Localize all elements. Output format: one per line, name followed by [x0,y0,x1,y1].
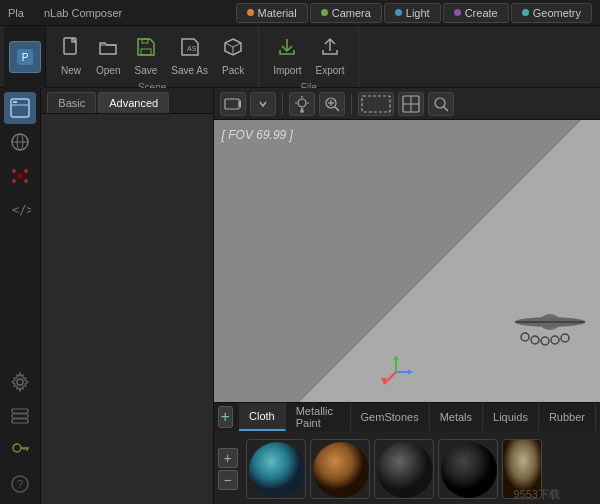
left-icon-sidebar: </> [0,88,41,504]
viewport-toolbar [214,88,600,120]
app-icon-button[interactable]: P [9,41,41,73]
tab-create-label: Create [465,7,498,19]
export-button[interactable]: Export [310,32,351,80]
vp-light-btn[interactable] [289,92,315,116]
material-thumb-4[interactable] [438,439,498,499]
vp-zoom-btn[interactable] [319,92,345,116]
tab-basic[interactable]: Basic [47,92,96,113]
fov-label: [ FOV 69.99 ] [222,128,293,142]
tab-basic-label: Basic [58,97,85,109]
save-as-icon: AS [179,36,201,63]
svg-rect-24 [12,414,28,418]
sidebar-item-particles[interactable] [4,160,36,192]
save-button[interactable]: Save [128,32,163,80]
app-title: nLab Composer [44,7,122,19]
add-icon: + [221,408,230,426]
svg-point-26 [13,444,21,452]
sidebar-item-help[interactable]: ? [4,468,36,500]
material-tab-rubber[interactable]: Rubber [539,403,596,431]
axis-gizmo [376,352,416,392]
vp-dropdown-btn[interactable] [250,92,276,116]
dot-geometry [522,9,529,16]
svg-rect-3 [141,49,151,55]
liquids-label: Liquids [493,411,528,423]
vp-layout-btn[interactable] [398,92,424,116]
open-icon [97,36,119,63]
vp-camera-btn[interactable] [220,92,246,116]
svg-point-22 [17,379,23,385]
toolbar-groups: New Open [46,26,596,87]
watermark: 9553下载 [514,487,560,502]
dot-camera [321,9,328,16]
sidebar-item-code[interactable]: </> [4,194,36,226]
svg-text:P: P [21,52,28,63]
import-button[interactable]: Import [267,32,307,80]
tab-light-label: Light [406,7,430,19]
toolbar-left-pad: P [4,26,46,88]
svg-rect-12 [13,101,17,103]
tab-light[interactable]: Light [384,3,441,23]
svg-point-67 [313,442,369,498]
toolbar-group-file: Import Export File [259,26,359,87]
sidebar-item-scene[interactable] [4,92,36,124]
mat-add-btn[interactable]: + [218,448,238,468]
sidebar-item-key[interactable] [4,434,36,466]
svg-point-17 [12,169,16,173]
svg-rect-23 [12,409,28,413]
material-thumb-2[interactable] [310,439,370,499]
mat-remove-btn[interactable]: − [218,470,238,490]
panel-content [41,114,212,504]
tab-camera[interactable]: Camera [310,3,382,23]
vp-sep1 [282,94,283,114]
save-icon [135,36,157,63]
watermark-text: 9553下载 [514,488,560,500]
title-bar: Pla nLab Composer Material Camera Light … [0,0,600,26]
material-tab-cloth[interactable]: Cloth [239,403,286,431]
material-thumb-3[interactable] [374,439,434,499]
open-button[interactable]: Open [90,32,126,80]
dot-material [247,9,254,16]
sidebar-item-settings[interactable] [4,366,36,398]
svg-rect-46 [362,96,390,112]
material-thumb-1[interactable] [246,439,306,499]
svg-point-57 [541,337,549,345]
viewport-area: [ FOV 69.99 ] [214,88,600,504]
export-icon [319,36,341,63]
viewport-3d[interactable]: [ FOV 69.99 ] [214,120,600,402]
vp-frame-btn[interactable] [358,92,394,116]
vp-search-btn[interactable] [428,92,454,116]
svg-point-56 [531,336,539,344]
tab-material[interactable]: Material [236,3,308,23]
svg-rect-32 [225,99,239,109]
toolbar: P New [0,26,600,88]
svg-line-43 [335,107,339,111]
material-tab-gemstones[interactable]: GemStones [351,403,430,431]
tab-geometry[interactable]: Geometry [511,3,592,23]
pack-button[interactable]: Pack [216,32,250,80]
left-panel: Basic Advanced [41,88,213,504]
svg-line-7 [233,43,241,47]
svg-point-16 [17,173,23,179]
new-button[interactable]: New [54,32,88,80]
material-tab-metallic-paint[interactable]: Metallic Paint [286,403,351,431]
export-label: Export [316,65,345,76]
metallic-paint-label: Metallic Paint [296,405,340,429]
svg-point-50 [435,98,445,108]
material-add-button[interactable]: + [218,406,233,428]
cloth-label: Cloth [249,410,275,422]
mat-side-controls: + − [218,448,238,490]
material-tab-metals[interactable]: Metals [430,403,483,431]
material-tab-liquids[interactable]: Liquids [483,403,539,431]
scene-buttons: New Open [46,26,258,82]
dot-create [454,9,461,16]
tab-advanced[interactable]: Advanced [98,92,169,113]
svg-point-18 [24,169,28,173]
tab-create[interactable]: Create [443,3,509,23]
svg-point-58 [551,336,559,344]
sidebar-item-globe[interactable] [4,126,36,158]
save-as-button[interactable]: AS Save As [165,32,214,80]
material-tabs-row: + Cloth Metallic Paint GemStones Metals … [214,403,600,431]
sidebar-item-layers[interactable] [4,400,36,432]
import-icon [276,36,298,63]
new-icon [60,36,82,63]
